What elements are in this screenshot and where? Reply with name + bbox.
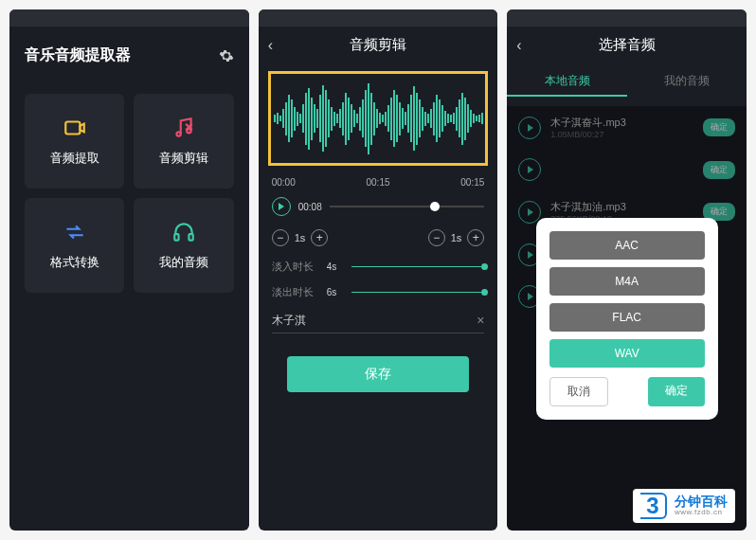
plus-button[interactable]: + bbox=[467, 229, 484, 246]
watermark-title: 分钟百科 bbox=[675, 495, 728, 509]
svg-rect-4 bbox=[189, 234, 192, 241]
confirm-button[interactable]: 确定 bbox=[648, 377, 705, 406]
playback-row: 00:08 bbox=[259, 191, 498, 222]
save-button[interactable]: 保存 bbox=[287, 356, 470, 392]
svg-point-1 bbox=[176, 132, 180, 135]
plus-button[interactable]: + bbox=[311, 229, 328, 246]
status-bar bbox=[9, 9, 249, 27]
watermark-sub: www.fzdb.cn bbox=[675, 509, 728, 517]
back-icon[interactable]: ‹ bbox=[516, 37, 521, 54]
tile-clip[interactable]: 音频剪辑 bbox=[134, 94, 233, 189]
tile-extract[interactable]: 音频提取 bbox=[25, 94, 124, 189]
format-option-m4a[interactable]: M4A bbox=[549, 267, 705, 296]
headphones-icon bbox=[171, 220, 196, 244]
watermark-logo-icon: 3 bbox=[640, 493, 667, 519]
right-stepper: − 1s + bbox=[428, 229, 485, 246]
video-icon bbox=[63, 116, 87, 140]
tab-mine[interactable]: 我的音频 bbox=[627, 73, 747, 97]
music-scissors-icon bbox=[171, 116, 196, 140]
timeline-labels: 00:00 00:15 00:15 bbox=[259, 173, 498, 191]
audio-list: 木子淇奋斗.mp3 1.05MB/00:27 确定 确定 木子淇加油.mp3 7… bbox=[507, 106, 747, 531]
filename-text: 木子淇 bbox=[272, 313, 306, 329]
convert-icon bbox=[63, 220, 87, 244]
fade-out-label: 淡出时长 bbox=[272, 285, 317, 299]
format-dialog: AACM4AFLACWAV 取消 确定 bbox=[536, 218, 718, 420]
feature-grid: 音频提取 音频剪辑 格式转换 我的音频 bbox=[9, 84, 249, 302]
nav-bar: ‹ 选择音频 bbox=[507, 27, 747, 63]
fade-in-label: 淡入时长 bbox=[272, 260, 317, 274]
minus-button[interactable]: − bbox=[428, 229, 445, 246]
tab-local[interactable]: 本地音频 bbox=[507, 73, 626, 97]
settings-icon[interactable] bbox=[219, 48, 234, 63]
tabs: 本地音频 我的音频 bbox=[507, 63, 747, 106]
status-bar bbox=[259, 9, 498, 27]
fade-in-row: 淡入时长 4s bbox=[259, 254, 498, 279]
format-option-wav[interactable]: WAV bbox=[549, 339, 705, 368]
screen-select-audio: ‹ 选择音频 本地音频 我的音频 木子淇奋斗.mp3 1.05MB/00:27 … bbox=[507, 9, 747, 531]
waveform[interactable] bbox=[268, 71, 489, 166]
tile-convert[interactable]: 格式转换 bbox=[25, 198, 124, 293]
tile-label: 格式转换 bbox=[50, 254, 99, 271]
modal-overlay: AACM4AFLACWAV 取消 确定 bbox=[507, 106, 747, 531]
tile-label: 我的音频 bbox=[159, 254, 208, 271]
fade-out-row: 淡出时长 6s bbox=[259, 279, 498, 305]
nav-title: 选择音频 bbox=[599, 36, 656, 54]
time-start: 00:00 bbox=[272, 177, 296, 188]
tile-my-audio[interactable]: 我的音频 bbox=[134, 198, 233, 293]
current-time: 00:08 bbox=[298, 202, 322, 212]
minus-button[interactable]: − bbox=[272, 229, 289, 246]
screen-editor: ‹ 音频剪辑 00:00 00:15 00:15 00:08 − 1s + − … bbox=[259, 9, 498, 531]
nav-title: 音频剪辑 bbox=[350, 36, 406, 54]
step-value: 1s bbox=[295, 232, 306, 243]
watermark: 3 分钟百科 www.fzdb.cn bbox=[633, 489, 735, 523]
tile-label: 音频提取 bbox=[50, 150, 99, 167]
filename-input[interactable]: 木子淇 × bbox=[272, 313, 485, 333]
fade-out-slider[interactable] bbox=[351, 292, 485, 293]
progress-slider[interactable] bbox=[330, 206, 485, 207]
svg-rect-3 bbox=[174, 234, 178, 241]
format-option-aac[interactable]: AAC bbox=[549, 231, 705, 260]
back-icon[interactable]: ‹ bbox=[268, 37, 273, 54]
nav-bar: ‹ 音频剪辑 bbox=[259, 27, 498, 63]
cancel-button[interactable]: 取消 bbox=[549, 377, 608, 406]
step-value: 1s bbox=[451, 232, 462, 243]
stepper-row: − 1s + − 1s + bbox=[259, 222, 498, 254]
fade-in-slider[interactable] bbox=[351, 266, 485, 267]
svg-rect-0 bbox=[65, 122, 80, 135]
clear-icon[interactable]: × bbox=[477, 313, 484, 329]
app-title: 音乐音频提取器 bbox=[25, 45, 131, 65]
time-mid: 00:15 bbox=[366, 177, 389, 188]
status-bar bbox=[507, 9, 747, 27]
fade-in-value: 4s bbox=[327, 261, 342, 272]
left-stepper: − 1s + bbox=[272, 229, 329, 246]
app-header: 音乐音频提取器 bbox=[9, 27, 249, 84]
time-end: 00:15 bbox=[460, 177, 484, 188]
play-button[interactable] bbox=[272, 197, 291, 216]
fade-out-value: 6s bbox=[327, 287, 342, 297]
screen-home: 音乐音频提取器 音频提取 音频剪辑 格式转换 我的音频 bbox=[9, 9, 249, 531]
format-option-flac[interactable]: FLAC bbox=[549, 303, 705, 332]
tile-label: 音频剪辑 bbox=[159, 150, 208, 167]
